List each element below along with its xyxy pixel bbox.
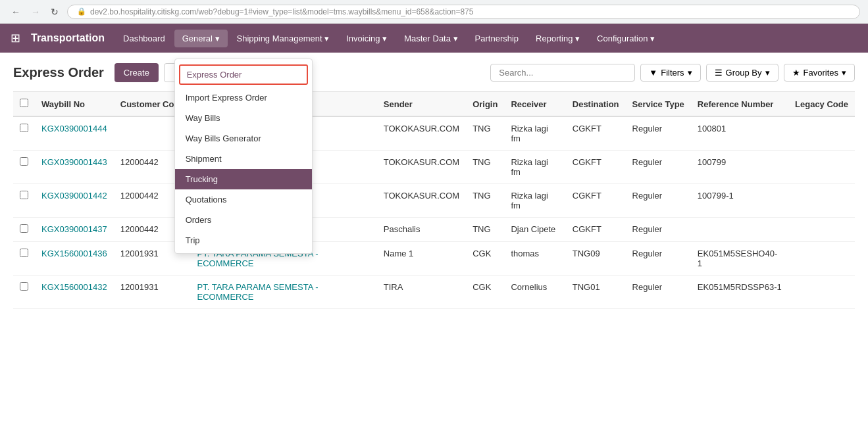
dropdown-item-trip[interactable]: Trip xyxy=(175,230,312,251)
nav-menu: Dashboard General ▾ Express Order Import… xyxy=(115,30,663,47)
reload-button[interactable]: ↻ xyxy=(47,5,62,18)
filters-arrow: ▾ xyxy=(688,68,692,78)
sender-cell: TOKOKASUR.COM xyxy=(377,184,466,218)
sender-cell: Name 1 xyxy=(377,242,466,276)
row-checkbox-2[interactable] xyxy=(20,191,28,199)
select-all-checkbox[interactable] xyxy=(20,99,28,107)
group-by-arrow: ▾ xyxy=(765,68,770,78)
grid-icon[interactable]: ⊞ xyxy=(11,31,20,45)
filters-button[interactable]: ▼ Filters ▾ xyxy=(640,64,700,82)
nav-item-general[interactable]: General ▾ Express Order Import Express O… xyxy=(174,30,228,47)
list-icon: ☰ xyxy=(715,68,723,78)
reference-number-cell: EK051M5SESHO40-1 xyxy=(691,242,788,276)
destination-cell: TNG09 xyxy=(566,242,626,276)
favorites-button[interactable]: ★ Favorites ▾ xyxy=(784,64,855,82)
url-path: #view_type=list&model=tms.waybills&menu_… xyxy=(248,7,473,16)
table-row: KGX0390001442 12000442 TOKO KASUR TOKOKA… xyxy=(13,184,855,218)
dropdown-item-trucking[interactable]: Trucking xyxy=(175,169,312,189)
row-checkbox-1[interactable] xyxy=(20,157,28,166)
row-checkbox-5[interactable] xyxy=(20,282,28,291)
nav-item-dashboard[interactable]: Dashboard xyxy=(115,30,173,47)
col-header-reference-number: Reference Number xyxy=(691,92,788,117)
receiver-cell: Rizka lagi fm xyxy=(504,116,565,151)
destination-cell: CGKFT xyxy=(566,184,626,218)
receiver-cell: thomas xyxy=(504,242,565,276)
search-filter-area: ▼ Filters ▾ ☰ Group By ▾ ★ Favorites ▾ xyxy=(490,64,855,82)
chevron-down-icon-invoicing: ▾ xyxy=(382,34,387,43)
search-input[interactable] xyxy=(490,64,635,82)
lock-icon: 🔒 xyxy=(77,7,86,16)
waybill-no-cell[interactable]: KGX0390001443 xyxy=(35,151,114,184)
waybill-no-cell[interactable]: KGX0390001444 xyxy=(35,116,114,151)
table-row: KGX1560001432 12001931 PT. TARA PARAMA S… xyxy=(13,276,855,309)
nav-item-configuration[interactable]: Configuration ▾ xyxy=(589,30,663,47)
receiver-cell: Rizka lagi fm xyxy=(504,151,565,184)
customer-code-cell: 12001931 xyxy=(114,276,191,309)
sender-cell: TIRA xyxy=(377,276,466,309)
origin-cell: TNG xyxy=(466,151,504,184)
receiver-cell: Rizka lagi fm xyxy=(504,184,565,218)
dropdown-item-import-express-order[interactable]: Import Express Order xyxy=(175,87,312,108)
chevron-down-icon-master-data: ▾ xyxy=(453,34,458,43)
favorites-arrow: ▾ xyxy=(842,68,846,78)
nav-item-master-data[interactable]: Master Data ▾ xyxy=(396,30,465,47)
service-type-cell: Reguler xyxy=(626,116,691,151)
nav-item-shipping-management[interactable]: Shipping Management ▾ xyxy=(229,30,338,47)
col-header-origin: Origin xyxy=(466,92,504,117)
customer-cell[interactable]: PT. TARA PARAMA SEMESTA - ECOMMERCE xyxy=(191,276,377,309)
chevron-down-icon: ▾ xyxy=(215,34,220,43)
destination-cell: CGKFT xyxy=(566,218,626,242)
dropdown-item-orders[interactable]: Orders xyxy=(175,210,312,230)
reference-number-cell xyxy=(691,218,788,242)
legacy-code-cell xyxy=(788,151,855,184)
origin-cell: TNG xyxy=(466,184,504,218)
row-checkbox-0[interactable] xyxy=(20,124,28,132)
nav-item-invoicing[interactable]: Invoicing ▾ xyxy=(338,30,395,47)
waybill-no-cell[interactable]: KGX1560001436 xyxy=(35,242,114,276)
dropdown-item-way-bills[interactable]: Way Bills xyxy=(175,108,312,128)
dropdown-item-way-bills-generator[interactable]: Way Bills Generator xyxy=(175,128,312,149)
nav-item-partnership[interactable]: Partnership xyxy=(467,30,526,47)
select-all-header xyxy=(13,92,35,117)
waybill-no-cell[interactable]: KGX0390001437 xyxy=(35,218,114,242)
star-icon: ★ xyxy=(792,68,800,78)
col-header-receiver: Receiver xyxy=(504,92,565,117)
col-header-sender: Sender xyxy=(377,92,466,117)
table-row: KGX0390001437 12000442 TOKO KASUR Pascha… xyxy=(13,218,855,242)
origin-cell: TNG xyxy=(466,218,504,242)
service-type-cell: Reguler xyxy=(626,184,691,218)
service-type-cell: Reguler xyxy=(626,151,691,184)
reference-number-cell: 100801 xyxy=(691,116,788,151)
service-type-cell: Reguler xyxy=(626,276,691,309)
origin-cell: CGK xyxy=(466,276,504,309)
origin-cell: TNG xyxy=(466,116,504,151)
forward-button[interactable]: → xyxy=(28,5,43,18)
page-content: Express Order Create Import Export ▼ Fil… xyxy=(0,53,868,320)
app-header: ⊞ Transportation Dashboard General ▾ Exp… xyxy=(0,24,868,53)
origin-cell: CGK xyxy=(466,242,504,276)
dropdown-item-shipment[interactable]: Shipment xyxy=(175,149,312,169)
url-domain: dev2.bo.hospitality.citiskg.com/web?debu… xyxy=(90,7,248,16)
filter-icon: ▼ xyxy=(649,68,657,78)
destination-cell: CGKFT xyxy=(566,116,626,151)
chevron-down-icon-shipping: ▾ xyxy=(324,34,329,43)
create-button[interactable]: Create xyxy=(115,63,159,82)
waybill-no-cell[interactable]: KGX0390001442 xyxy=(35,184,114,218)
back-button[interactable]: ← xyxy=(8,5,24,18)
receiver-cell: Djan Cipete xyxy=(504,218,565,242)
table-header-row: Waybill No Customer Code Customer Sender… xyxy=(13,92,855,117)
address-bar[interactable]: 🔒 dev2.bo.hospitality.citiskg.com/web?de… xyxy=(67,5,860,19)
dropdown-item-express-order[interactable]: Express Order xyxy=(179,64,308,85)
table-row: KGX0390001443 12000442 TOKO K TOKOKASUR.… xyxy=(13,151,855,184)
browser-bar: ← → ↻ 🔒 dev2.bo.hospitality.citiskg.com/… xyxy=(0,0,868,24)
row-checkbox-cell xyxy=(13,218,35,242)
row-checkbox-3[interactable] xyxy=(20,224,28,233)
chevron-down-icon-reporting: ▾ xyxy=(575,34,580,43)
group-by-button[interactable]: ☰ Group By ▾ xyxy=(706,64,779,82)
legacy-code-cell xyxy=(788,116,855,151)
dropdown-item-quotations[interactable]: Quotations xyxy=(175,189,312,210)
row-checkbox-4[interactable] xyxy=(20,249,28,257)
col-header-waybill-no: Waybill No xyxy=(35,92,114,117)
waybill-no-cell[interactable]: KGX1560001432 xyxy=(35,276,114,309)
nav-item-reporting[interactable]: Reporting ▾ xyxy=(528,30,588,47)
